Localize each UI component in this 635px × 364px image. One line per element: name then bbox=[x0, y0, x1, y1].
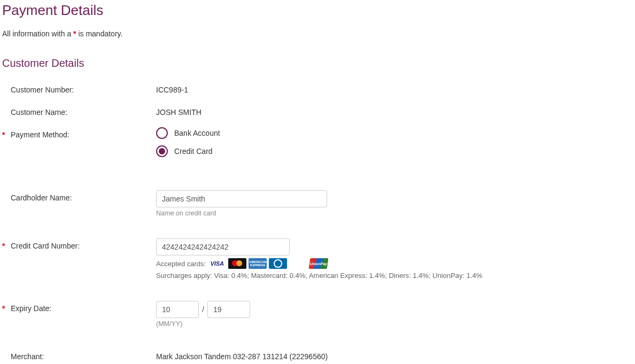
row-payment-method: * Payment Method: Bank Account Credit Ca… bbox=[2, 127, 633, 164]
value-customer-name: JOSH SMITH bbox=[156, 105, 633, 117]
hint-cardholder: Name on credit card bbox=[156, 210, 633, 217]
radio-label: Bank Account bbox=[174, 129, 220, 137]
label-customer-name: Customer Name: bbox=[11, 108, 67, 117]
radio-icon bbox=[156, 145, 168, 157]
mastercard-icon bbox=[228, 258, 246, 269]
accepted-cards-label: Accepted cards: bbox=[156, 260, 206, 268]
radio-group-payment-method: Bank Account Credit Card bbox=[156, 127, 633, 157]
row-customer-name: Customer Name: JOSH SMITH bbox=[2, 105, 633, 117]
hint-expiry-format: (MM/YY) bbox=[156, 320, 633, 328]
asterisk-icon: * bbox=[2, 242, 11, 250]
expiry-month-input[interactable] bbox=[156, 301, 199, 318]
asterisk-icon: * bbox=[2, 130, 11, 139]
mandatory-note: All information with a * is mandatory. bbox=[2, 29, 633, 38]
value-customer-number: ICC989-1 bbox=[156, 82, 633, 94]
cardholder-name-input[interactable] bbox=[156, 190, 327, 207]
label-expiry-date: Expiry Date: bbox=[11, 304, 51, 313]
section-customer-details: Customer Details bbox=[2, 57, 633, 69]
row-credit-card-number: * Credit Card Number: Accepted cards: VI… bbox=[2, 238, 633, 280]
credit-card-number-input[interactable] bbox=[156, 238, 290, 255]
accepted-cards-row: Accepted cards: VISA AMERICAN EXPRESS Un… bbox=[156, 258, 633, 269]
label-payment-method: Payment Method: bbox=[11, 130, 69, 139]
expiry-separator: / bbox=[202, 305, 204, 314]
label-credit-card-number: Credit Card Number: bbox=[11, 242, 80, 250]
page-title: Payment Details bbox=[2, 2, 633, 19]
visa-icon: VISA bbox=[208, 258, 226, 269]
row-expiry-date: * Expiry Date: / (MM/YY) bbox=[2, 301, 633, 328]
amex-icon: AMERICAN EXPRESS bbox=[249, 258, 267, 269]
radio-label: Credit Card bbox=[174, 147, 213, 156]
row-cardholder-name: Cardholder Name: Name on credit card bbox=[2, 190, 633, 217]
radio-icon bbox=[156, 127, 168, 139]
label-cardholder-name: Cardholder Name: bbox=[11, 193, 72, 202]
asterisk-icon: * bbox=[2, 304, 11, 313]
label-customer-number: Customer Number: bbox=[11, 86, 74, 94]
jcb-icon bbox=[289, 258, 307, 269]
expiry-year-input[interactable] bbox=[207, 301, 250, 318]
radio-bank-account[interactable]: Bank Account bbox=[156, 127, 633, 139]
surcharge-note: Surcharges apply: Visa: 0.4%; Mastercard… bbox=[156, 272, 633, 280]
row-customer-number: Customer Number: ICC989-1 bbox=[2, 82, 633, 94]
mandatory-suffix: is mandatory. bbox=[76, 29, 123, 38]
unionpay-icon: UnionPay bbox=[309, 258, 329, 269]
mandatory-prefix: All information with a bbox=[2, 29, 73, 38]
radio-credit-card[interactable]: Credit Card bbox=[156, 145, 633, 157]
label-merchant: Merchant: bbox=[11, 352, 44, 361]
row-merchant: Merchant: Mark Jackson Tandem 032-287 13… bbox=[2, 349, 633, 361]
diners-icon bbox=[269, 258, 287, 269]
value-merchant: Mark Jackson Tandem 032-287 131214 (2229… bbox=[156, 349, 633, 361]
